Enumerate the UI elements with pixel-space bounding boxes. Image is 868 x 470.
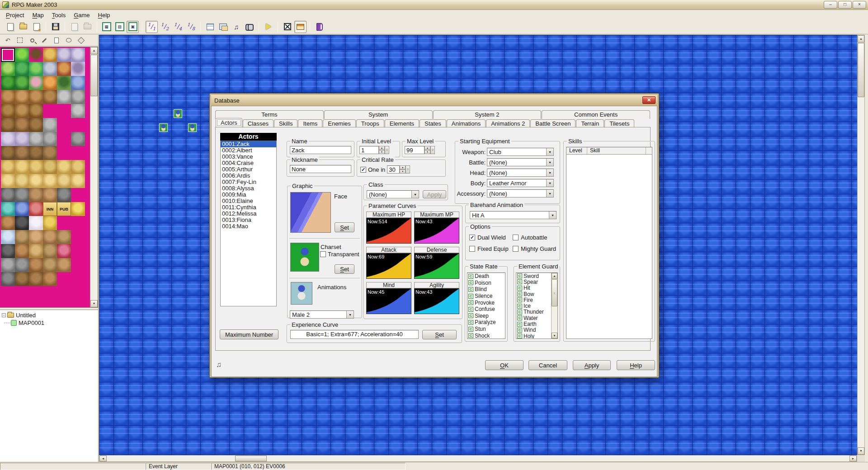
face-image[interactable]	[290, 192, 331, 233]
actor-list-item[interactable]: 0003:Vance	[221, 154, 276, 160]
map-event[interactable]	[188, 123, 197, 132]
tab-states[interactable]: States	[420, 119, 446, 127]
palette-tile[interactable]	[29, 160, 43, 174]
palette-tile[interactable]	[15, 174, 29, 188]
palette-tile[interactable]	[43, 104, 57, 118]
palette-tile[interactable]	[29, 118, 43, 132]
palette-tile[interactable]	[43, 90, 57, 104]
chevron-down-icon[interactable]: ▼	[549, 212, 556, 219]
palette-tile[interactable]	[43, 48, 57, 62]
skills-column-level[interactable]: Level	[566, 147, 587, 154]
palette-tile[interactable]	[43, 174, 57, 188]
menu-project[interactable]: Project	[2, 11, 28, 19]
test-play-button[interactable]	[262, 21, 274, 33]
pen-icon[interactable]	[40, 36, 48, 44]
option-dual-wield[interactable]: ✓Dual Wield	[469, 234, 513, 241]
name-input[interactable]	[290, 146, 351, 154]
palette-tile[interactable]	[29, 76, 43, 90]
tree-expander-icon[interactable]: −	[2, 313, 6, 317]
palette-tile[interactable]	[57, 76, 71, 90]
statelist-item[interactable]: CConfuse	[467, 306, 505, 313]
cancel-button[interactable]: Cancel	[528, 360, 567, 370]
curve-cell-attack[interactable]: AttackNow:69	[366, 247, 411, 279]
palette-tile[interactable]	[57, 90, 71, 104]
palette-tile[interactable]	[15, 258, 29, 272]
critical-rate-spinner[interactable]: ▲▼	[400, 165, 406, 174]
curve-cell-defense[interactable]: DefenseNow:59	[414, 247, 459, 279]
palette-tile[interactable]	[71, 174, 85, 188]
animations-image[interactable]	[291, 282, 312, 305]
actor-list-item[interactable]: 0002:Albert	[221, 147, 276, 154]
face-set-button[interactable]: Set	[335, 222, 354, 232]
chevron-down-icon[interactable]: ▼	[411, 191, 419, 198]
palette-tile[interactable]	[29, 132, 43, 146]
statelist-item[interactable]: CSleep	[467, 313, 505, 320]
curve-cell-agility[interactable]: AgilityNow:43	[414, 282, 459, 314]
select-icon[interactable]	[16, 36, 24, 44]
chevron-down-icon[interactable]: ▼	[546, 148, 553, 155]
palette-tile[interactable]	[15, 76, 29, 90]
skills-table[interactable]: Level Skill	[566, 147, 652, 339]
tree-item-map0001[interactable]: MAP0001	[1, 319, 97, 327]
palette-tile[interactable]	[43, 188, 57, 202]
zoom-1-1-button[interactable]: 1/1	[146, 21, 158, 33]
curve-chart[interactable]: Now:69	[366, 253, 411, 279]
charset-set-button[interactable]: Set	[335, 264, 354, 274]
tab-group-system-2[interactable]: System 2	[433, 110, 542, 119]
minimize-button[interactable]: –	[824, 1, 837, 9]
tab-group-system[interactable]: System	[324, 110, 433, 119]
map-horizontal-scrollbar[interactable]: ◄ ►	[99, 455, 857, 462]
zoom-1-4-button[interactable]: 1/4	[172, 21, 184, 33]
palette-tile[interactable]	[43, 146, 57, 160]
curve-cell-maximum-hp[interactable]: Maximum HPNow:514	[366, 212, 411, 244]
fill-icon[interactable]	[77, 36, 85, 44]
map-vscroll-thumb[interactable]	[858, 43, 864, 97]
palette-tile[interactable]	[1, 258, 15, 272]
scroll-left-icon[interactable]: ◄	[99, 456, 107, 461]
apply-button[interactable]: Apply	[573, 360, 611, 370]
chevron-down-icon[interactable]: ▼	[546, 169, 553, 176]
tab-items[interactable]: Items	[298, 119, 322, 127]
critical-rate-checkbox[interactable]: ✓	[360, 167, 366, 173]
element-guard-scrollbar[interactable]: ▲ ≡ ▼	[551, 273, 557, 338]
palette-tile[interactable]	[1, 286, 15, 300]
palette-tile[interactable]	[29, 244, 43, 258]
palette-tile[interactable]	[71, 104, 85, 118]
map-vertical-scrollbar[interactable]: ▲ ▼	[857, 35, 865, 455]
curve-chart[interactable]: Now:514	[366, 218, 411, 244]
palette-tile[interactable]	[71, 216, 85, 230]
max-level-spinner[interactable]: ▲▼	[425, 146, 430, 154]
palette-scroll-thumb[interactable]	[90, 55, 98, 96]
palette-tile[interactable]	[29, 258, 43, 272]
palette-tile[interactable]	[15, 132, 29, 146]
scroll-up-icon[interactable]: ▲	[90, 47, 98, 54]
palette-tile[interactable]	[29, 216, 43, 230]
palette-tile[interactable]	[15, 216, 29, 230]
palette-tile[interactable]	[43, 118, 57, 132]
tree-item-untitled[interactable]: −Untitled	[1, 311, 97, 319]
palette-tile[interactable]	[1, 104, 15, 118]
palette-tile[interactable]	[57, 132, 71, 146]
palette-tile[interactable]	[43, 62, 57, 76]
statelist-item[interactable]: CSilence	[467, 293, 505, 300]
palette-tile[interactable]	[29, 62, 43, 76]
palette-tile[interactable]	[1, 202, 15, 216]
palette-scrollbar[interactable]: ▲ ▼	[90, 47, 98, 307]
checkbox-icon[interactable]: ✓	[469, 235, 475, 240]
palette-tile[interactable]	[71, 230, 85, 244]
palette-tile[interactable]	[15, 146, 29, 160]
palette-tile[interactable]	[1, 216, 15, 230]
tab-elements[interactable]: Elements	[385, 119, 419, 127]
zoom-1-2-button[interactable]: 1/2	[159, 21, 171, 33]
tab-troops[interactable]: Troops	[356, 119, 384, 127]
statelist-item[interactable]: CPoison	[467, 280, 505, 287]
help-contents-button[interactable]	[313, 21, 326, 33]
palette-tile[interactable]	[15, 286, 29, 300]
rectangle-icon[interactable]	[52, 36, 61, 44]
palette-tile[interactable]: PUB	[57, 202, 71, 216]
element-scroll-thumb[interactable]: ≡	[552, 279, 557, 306]
palette-tile[interactable]	[57, 174, 71, 188]
palette-tile[interactable]	[57, 62, 71, 76]
palette-tile[interactable]	[43, 244, 57, 258]
initial-level-input[interactable]	[359, 146, 379, 154]
